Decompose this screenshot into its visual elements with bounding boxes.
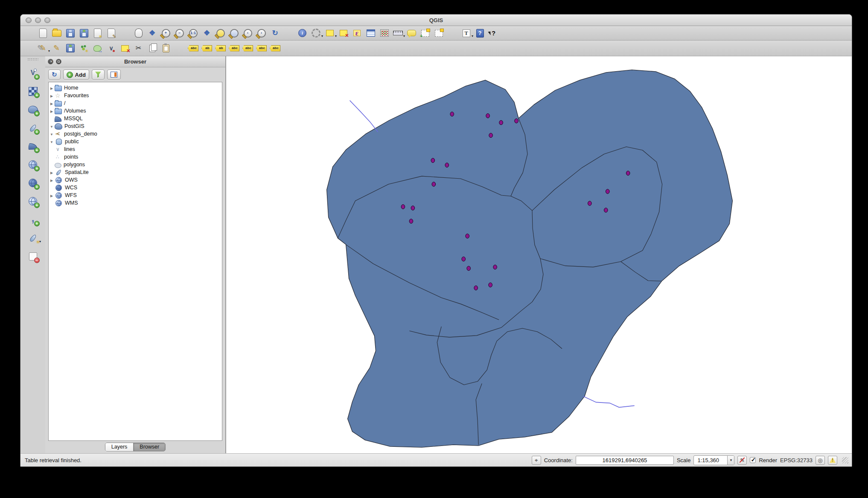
toolbar-button[interactable] bbox=[310, 27, 322, 39]
collapse-all-button[interactable] bbox=[107, 69, 121, 80]
toolbar-button[interactable]: T bbox=[460, 27, 472, 39]
toolbar-button[interactable] bbox=[91, 42, 104, 54]
toolbar-button[interactable]: + bbox=[160, 27, 172, 39]
toolbar-button[interactable] bbox=[37, 27, 49, 39]
browser-tree[interactable]: Home Favourites / /Volumes bbox=[48, 82, 222, 441]
tab-browser[interactable]: Browser bbox=[133, 443, 165, 451]
dropdown-arrow-icon[interactable] bbox=[321, 32, 323, 38]
tree-item[interactable]: WMS bbox=[49, 199, 84, 207]
dock-button[interactable]: V bbox=[26, 66, 40, 80]
dock-button[interactable]: , bbox=[26, 213, 40, 226]
toolbar-button[interactable] bbox=[64, 42, 76, 54]
toolbar-button[interactable] bbox=[405, 27, 418, 39]
tree-item[interactable]: OWS bbox=[49, 176, 84, 184]
toolbar-button[interactable]: i bbox=[296, 27, 309, 39]
disclosure-arrow-icon[interactable] bbox=[49, 192, 55, 198]
toolbar-button[interactable] bbox=[364, 27, 377, 39]
toolbar-button[interactable]: abc ◎ bbox=[228, 42, 240, 54]
filter-browser-button[interactable] bbox=[92, 69, 105, 80]
toolbar-button[interactable] bbox=[214, 27, 227, 39]
toolbar-button[interactable] bbox=[78, 42, 90, 54]
toolbar-button[interactable]: ∨ bbox=[105, 42, 117, 54]
toolbar-button[interactable] bbox=[283, 42, 295, 54]
toolbar-button[interactable]: ✕ bbox=[119, 42, 131, 54]
disclosure-arrow-icon[interactable] bbox=[49, 108, 55, 114]
disclosure-arrow-icon[interactable] bbox=[49, 139, 55, 145]
toolbar-button[interactable] bbox=[91, 27, 104, 39]
dropdown-arrow-icon[interactable] bbox=[472, 32, 473, 38]
toolbar-button[interactable] bbox=[50, 27, 63, 39]
toolbar-button[interactable]: ? bbox=[474, 27, 486, 39]
toolbar-button[interactable]: ε bbox=[351, 27, 363, 39]
scale-dropdown-icon[interactable] bbox=[727, 456, 734, 465]
disclosure-arrow-icon[interactable] bbox=[49, 93, 55, 98]
toolbar-button[interactable] bbox=[323, 27, 336, 39]
tree-item[interactable]: polygons bbox=[49, 161, 91, 168]
tree-item[interactable]: public bbox=[49, 138, 85, 145]
map-canvas[interactable] bbox=[226, 56, 852, 453]
tree-item[interactable]: SpatiaLite bbox=[49, 168, 95, 176]
toolbar-button[interactable] bbox=[132, 27, 145, 39]
zoom-window-button[interactable] bbox=[44, 17, 50, 23]
toolbar-button[interactable] bbox=[105, 27, 117, 39]
toolbar-button[interactable]: ❖ bbox=[201, 27, 213, 39]
dropdown-arrow-icon[interactable] bbox=[39, 237, 41, 244]
toolbar-button[interactable]: abc ↻ bbox=[255, 42, 268, 54]
stop-render-icon[interactable]: ✎ bbox=[737, 456, 747, 465]
dock-button[interactable] bbox=[26, 249, 40, 263]
disclosure-arrow-icon[interactable] bbox=[49, 169, 55, 175]
tree-item[interactable]: Favourites bbox=[49, 92, 95, 99]
tree-item[interactable]: WCS bbox=[49, 184, 83, 191]
tree-item[interactable]: WFS bbox=[49, 191, 83, 199]
tree-item[interactable]: /Volumes bbox=[49, 107, 92, 115]
dock-button[interactable] bbox=[26, 84, 40, 98]
toolbar-button[interactable]: 1:1 bbox=[187, 27, 199, 39]
messages-warning-icon[interactable] bbox=[828, 456, 837, 465]
scale-combobox[interactable]: 1:15,360 bbox=[693, 455, 734, 465]
minimize-window-button[interactable] bbox=[35, 17, 41, 23]
toolbar-button[interactable] bbox=[146, 42, 158, 54]
add-selected-layers-button[interactable]: + Add bbox=[63, 69, 89, 80]
title-bar[interactable]: QGIS bbox=[20, 14, 852, 26]
dock-button[interactable] bbox=[26, 121, 40, 135]
dock-button[interactable] bbox=[26, 231, 40, 245]
disclosure-arrow-icon[interactable] bbox=[49, 131, 55, 137]
close-window-button[interactable] bbox=[26, 17, 32, 23]
tree-item[interactable]: / bbox=[49, 99, 71, 107]
toolbar-button[interactable] bbox=[392, 27, 404, 39]
toolbar-button[interactable]: ‹ bbox=[242, 27, 254, 39]
toolbar-button[interactable]: abc bbox=[187, 42, 199, 54]
dropdown-arrow-icon[interactable] bbox=[48, 47, 50, 53]
dropdown-arrow-icon[interactable] bbox=[403, 32, 405, 38]
toolbar-button[interactable] bbox=[23, 42, 35, 54]
toolbar-button[interactable] bbox=[173, 42, 186, 54]
toolbar-button[interactable] bbox=[378, 27, 390, 39]
tree-item[interactable]: MSSQL bbox=[49, 115, 89, 122]
tree-item[interactable]: points bbox=[49, 153, 84, 161]
toolbar-button[interactable] bbox=[283, 27, 295, 39]
toolbar-button[interactable]: abc → bbox=[242, 42, 254, 54]
dock-button[interactable] bbox=[26, 194, 40, 208]
render-checkbox[interactable] bbox=[750, 457, 756, 463]
tree-item[interactable]: PostGIS bbox=[49, 122, 90, 130]
toolbar-button[interactable] bbox=[64, 27, 76, 39]
toolbar-button[interactable]: ✕ bbox=[337, 27, 350, 39]
toolbar-button[interactable]: ✎ bbox=[37, 42, 49, 54]
toolbar-button[interactable] bbox=[228, 27, 240, 39]
toolbar-button[interactable] bbox=[446, 27, 459, 39]
dock-button[interactable] bbox=[26, 103, 40, 116]
toolbar-button[interactable] bbox=[78, 27, 90, 39]
toolbar-button[interactable] bbox=[433, 27, 445, 39]
crs-globe-icon[interactable]: ◎ bbox=[816, 456, 825, 465]
toolbar-button[interactable]: + bbox=[419, 27, 431, 39]
toolbar-button[interactable] bbox=[160, 42, 172, 54]
tab-layers[interactable]: Layers bbox=[105, 443, 134, 451]
toolbar-button[interactable]: ab ● bbox=[201, 42, 213, 54]
disclosure-arrow-icon[interactable] bbox=[49, 85, 55, 91]
resize-grip[interactable] bbox=[842, 457, 848, 463]
disclosure-arrow-icon[interactable] bbox=[49, 100, 55, 106]
toolbar-button[interactable] bbox=[119, 27, 131, 39]
dock-button[interactable] bbox=[26, 158, 40, 171]
tree-item[interactable]: Home bbox=[49, 84, 84, 92]
toolbar-button[interactable]: ✂ bbox=[132, 42, 145, 54]
